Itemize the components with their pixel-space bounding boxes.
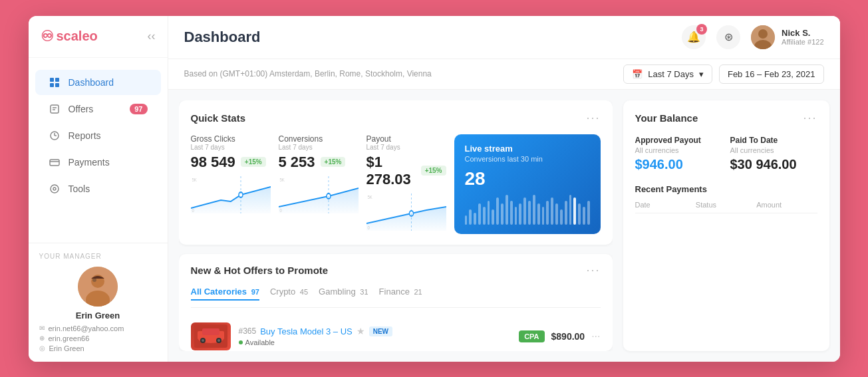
star-icon-tesla[interactable]: ★	[357, 326, 365, 336]
offer-price-tesla: $890.00	[551, 331, 585, 342]
tab-gambling[interactable]: Gambling 31	[319, 287, 368, 301]
recent-payments-title: Recent Payments	[635, 184, 817, 194]
logo-icon: ♾	[41, 28, 54, 45]
cpa-badge-tesla: CPA	[519, 330, 544, 342]
manager-email: erin.net66@yahoo.com	[49, 324, 124, 332]
content-grid: Quick Stats ··· Gross Clicks Last 7 days…	[168, 90, 840, 362]
manager-label: YOUR MANAGER	[39, 253, 157, 260]
gambling-count: 31	[360, 288, 368, 296]
date-range-text: Feb 16 – Feb 23, 2021	[728, 69, 815, 79]
payout-value: $1 278.03	[366, 154, 416, 188]
offers-badge: 97	[130, 104, 147, 114]
live-bar	[496, 197, 499, 225]
crypto-label: Crypto	[270, 287, 295, 297]
date-range-display[interactable]: Feb 16 – Feb 23, 2021	[719, 64, 824, 84]
live-stream-card: Live stream Conversions last 30 min 28	[454, 134, 601, 234]
live-bar	[542, 207, 545, 225]
sidebar-collapse-button[interactable]: ‹‹	[148, 29, 156, 43]
tab-all-categories[interactable]: All Caterories 97	[191, 287, 259, 301]
col-date: Date	[635, 201, 696, 209]
sidebar-item-dashboard[interactable]: Dashboard	[35, 70, 161, 95]
contact-telegram: ◎ Erin Green	[39, 344, 157, 352]
gross-clicks-value-row: 98 549 +15%	[191, 154, 271, 171]
svg-point-11	[53, 188, 56, 190]
contact-skype: ⊕ erin.green66	[39, 334, 157, 342]
payout-value-row: $1 278.03 +15%	[366, 154, 446, 188]
sidebar-item-tools[interactable]: Tools	[35, 176, 161, 201]
live-bar	[506, 195, 508, 225]
gambling-label: Gambling	[319, 287, 356, 297]
live-bars	[465, 195, 590, 225]
offers-more-button[interactable]: ···	[586, 263, 600, 277]
date-preset-selector[interactable]: 📅 Last 7 Days ▾	[623, 64, 712, 84]
notifications-count: 3	[696, 24, 707, 35]
sidebar-item-offers[interactable]: Offers 97	[35, 96, 161, 122]
live-bar	[519, 203, 521, 225]
live-stream-sublabel: Conversions last 30 min	[465, 155, 590, 163]
live-bar	[573, 197, 576, 225]
svg-text:0: 0	[192, 207, 194, 213]
payout-badge: +15%	[421, 166, 446, 176]
content-area: Based on (GMT+01:00) Amsterdam, Berlin, …	[168, 59, 840, 362]
gross-clicks-label: Gross Clicks	[191, 134, 271, 144]
balance-card: Your Balance ··· Approved Payout All cur…	[623, 100, 829, 351]
offers-card: New & Hot Offers to Promote ··· All Cate…	[179, 254, 613, 351]
offer-id-tesla: #365	[239, 326, 257, 336]
sidebar-item-reports[interactable]: Reports	[35, 123, 161, 148]
conversions-chart: 5K 0	[279, 176, 359, 213]
manager-skype: erin.green66	[49, 334, 90, 342]
live-bar	[515, 207, 517, 225]
gross-clicks-badge: +15%	[241, 157, 266, 167]
user-name: Nick S.	[782, 28, 823, 38]
finance-count: 21	[414, 288, 422, 296]
tab-finance[interactable]: Finance 21	[379, 287, 422, 301]
chevron-down-icon: ▾	[699, 69, 704, 79]
offer-status-text-tesla: Available	[245, 338, 275, 346]
svg-point-17	[758, 29, 768, 39]
reports-icon	[49, 130, 61, 142]
svg-text:5K: 5K	[279, 177, 285, 182]
timezone-bar: Based on (GMT+01:00) Amsterdam, Berlin, …	[168, 59, 840, 90]
status-dot-tesla	[239, 340, 243, 344]
logo-text: scaleo	[57, 29, 98, 44]
quick-stats-title: Quick Stats	[191, 112, 246, 124]
payout-chart: 5K 0	[366, 193, 446, 231]
notifications-button[interactable]: 🔔 3	[682, 25, 706, 49]
payments-table-header: Date Status Amount	[635, 201, 817, 213]
svg-rect-8	[50, 160, 59, 166]
live-bar	[474, 213, 476, 225]
crypto-count: 45	[300, 288, 308, 296]
app-container: ♾ scaleo ‹‹ Dashboard Offers 97	[29, 16, 840, 362]
col-status: Status	[696, 201, 756, 209]
live-bar	[483, 207, 486, 225]
offer-right-tesla: CPA $890.00 ···	[519, 330, 600, 342]
live-stream-value: 28	[465, 168, 590, 189]
manager-contact: ✉ erin.net66@yahoo.com ⊕ erin.green66 ◎ …	[39, 324, 157, 352]
user-info[interactable]: Nick S. Affiliate #122	[751, 25, 823, 49]
stat-gross-clicks: Gross Clicks Last 7 days 98 549 +15%	[191, 134, 271, 234]
payout-sublabel: Last 7 days	[366, 144, 446, 151]
help-button[interactable]: ⊛	[716, 25, 740, 49]
live-bar	[578, 203, 581, 225]
paid-to-date-section: Paid To Date All currencies $30 946.00	[730, 136, 817, 172]
balance-more-button[interactable]: ···	[803, 111, 817, 125]
gross-clicks-value: 98 549	[191, 154, 235, 171]
offers-header: New & Hot Offers to Promote ···	[191, 263, 601, 277]
payments-icon	[49, 156, 61, 168]
svg-rect-34	[202, 328, 219, 335]
svg-point-38	[217, 339, 220, 342]
manager-telegram: Erin Green	[49, 344, 84, 352]
conversions-sublabel: Last 7 days	[279, 144, 359, 151]
payments-label: Payments	[69, 157, 110, 168]
offer-more-tesla[interactable]: ···	[591, 330, 600, 342]
live-bar	[569, 195, 572, 225]
quick-stats-more-button[interactable]: ···	[586, 111, 600, 125]
paid-to-date-sublabel: All currencies	[730, 146, 817, 154]
live-bar	[583, 207, 585, 225]
tab-crypto[interactable]: Crypto 45	[270, 287, 308, 301]
tools-icon	[49, 183, 61, 195]
sidebar-item-payments[interactable]: Payments	[35, 150, 161, 175]
content-left: Quick Stats ··· Gross Clicks Last 7 days…	[179, 100, 613, 351]
header-right: 🔔 3 ⊛ Nick S. A	[682, 25, 823, 49]
live-bar	[510, 201, 513, 225]
